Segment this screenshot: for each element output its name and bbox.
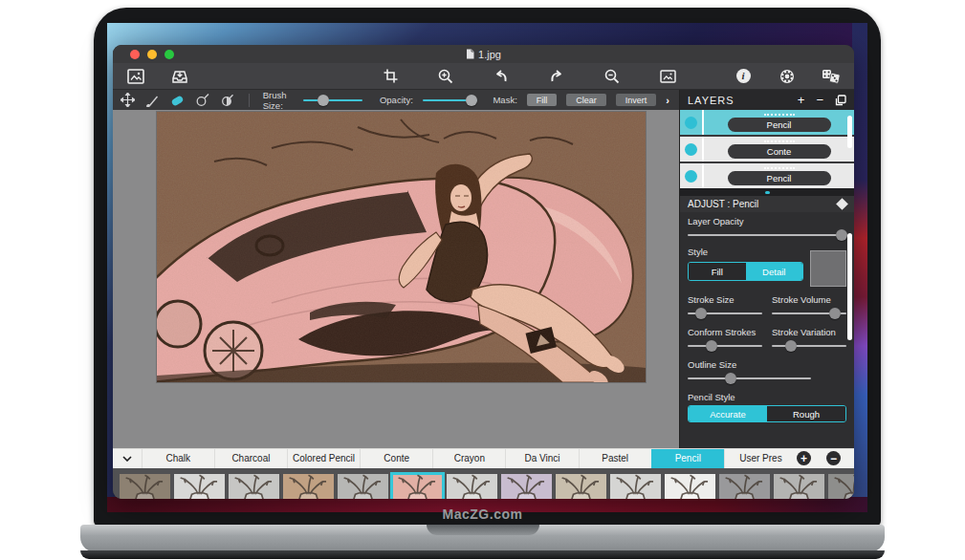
preset-thumbnails: Pencil 01 Pencil 02 Pencil 03 Pencil 04 … (119, 474, 854, 500)
opacity-thumb[interactable] (466, 95, 477, 106)
layer-row-conte[interactable]: Conte (680, 137, 854, 162)
layer-name-pill[interactable]: Conte (728, 144, 831, 159)
preset-pencil-13[interactable]: Pencil 13 (773, 474, 824, 500)
preset-pencil-12[interactable]: Pencil 12 (718, 474, 770, 500)
preset-pencil-11[interactable]: Pencil 11 (664, 474, 715, 500)
preset-pencil-01[interactable]: Pencil 01 (119, 474, 170, 500)
pencil-style-rough-option[interactable]: Rough (767, 406, 845, 421)
layer-drag-handle[interactable] (764, 167, 795, 169)
zoom-in-button[interactable] (436, 67, 455, 86)
undo-button[interactable] (492, 67, 511, 86)
info-icon: i (736, 69, 751, 83)
eraser-tool-selected[interactable] (169, 93, 186, 108)
expand-chevron[interactable]: › (666, 95, 671, 106)
color-swatch[interactable] (810, 250, 846, 287)
stroke-size-slider[interactable] (688, 308, 762, 319)
brush-size-thumb[interactable] (318, 95, 329, 106)
preset-pencil-07[interactable]: Pencil 07 (446, 474, 497, 500)
conform-strokes-thumb[interactable] (706, 340, 717, 352)
preset-pencil-02[interactable]: Pencil 02 (173, 474, 225, 500)
tab-charcoal[interactable]: Charcoal (214, 449, 287, 468)
fit-image-icon (660, 70, 676, 83)
layer-opacity-thumb[interactable] (836, 229, 847, 241)
open-image-button[interactable] (126, 67, 145, 86)
tab-colored-pencil[interactable]: Colored Pencil (287, 449, 360, 468)
preset-pencil-03[interactable]: Pencil 03 (228, 474, 279, 500)
duplicate-layer-icon[interactable] (835, 95, 846, 106)
outline-size-thumb[interactable] (725, 373, 736, 384)
randomize-button[interactable] (822, 67, 841, 86)
tab-crayon[interactable]: Crayon (432, 449, 505, 468)
layer-visibility-dot[interactable] (685, 143, 697, 156)
tab-pencil[interactable]: Pencil (651, 449, 724, 468)
laptop-base (80, 525, 885, 552)
preset-pencil-08[interactable]: Pencil 08 (500, 474, 552, 500)
opacity-slider[interactable] (423, 95, 478, 106)
stroke-variation-slider[interactable] (772, 340, 846, 352)
zoom-out-button[interactable] (603, 67, 622, 86)
conform-strokes-slider[interactable] (688, 340, 762, 352)
paint-tool[interactable] (144, 93, 160, 108)
save-export-button[interactable] (170, 67, 189, 86)
canvas-image[interactable] (157, 112, 646, 382)
layer-row-pencil[interactable]: Pencil (680, 110, 854, 135)
smudge-icon (195, 93, 210, 107)
brush-toolbar: Brush Size: Opacity: Mask: Fill Clear In… (113, 90, 679, 110)
brush-size-label: Brush Size: (263, 90, 295, 111)
window-titlebar: 1.jpg (113, 45, 854, 63)
info-button[interactable]: i (734, 67, 753, 86)
move-tool[interactable] (121, 93, 135, 108)
stroke-volume-slider[interactable] (772, 308, 846, 319)
style-fill-option[interactable]: Fill (689, 263, 746, 280)
layer-visibility-dot[interactable] (685, 170, 697, 183)
settings-button[interactable] (778, 67, 797, 86)
layer-drag-handle[interactable] (764, 114, 795, 116)
stroke-variation-thumb[interactable] (785, 340, 797, 352)
tone-tool[interactable] (220, 93, 235, 108)
tab-conte[interactable]: Conte (360, 449, 432, 468)
preset-pencil-10[interactable]: Pencil 10 (609, 474, 661, 500)
eraser-teal-icon (169, 93, 186, 107)
reset-adjust-icon[interactable] (836, 198, 848, 210)
redo-button[interactable] (547, 67, 566, 86)
add-preset-button[interactable]: + (797, 451, 811, 465)
zoom-out-icon (604, 69, 620, 84)
outline-size-label: Outline Size (688, 359, 811, 370)
fit-view-button[interactable] (658, 67, 677, 86)
preset-pencil-09[interactable]: Pencil 09 (555, 474, 606, 500)
layer-drag-handle[interactable] (764, 140, 795, 142)
layer-name-pill[interactable]: Pencil (728, 171, 831, 185)
remove-layer-button[interactable]: − (816, 94, 823, 106)
preset-pencil-14[interactable]: Pencil 14 (827, 474, 854, 500)
smudge-tool[interactable] (195, 93, 210, 108)
layer-opacity-label: Layer Opacity (688, 216, 846, 226)
crop-button[interactable] (381, 67, 400, 86)
layer-opacity-slider[interactable] (688, 229, 846, 241)
mask-clear-button[interactable]: Clear (566, 94, 606, 106)
brush-size-slider[interactable] (303, 95, 362, 106)
mask-invert-button[interactable]: Invert (616, 94, 657, 106)
adjust-scrollbar[interactable] (847, 233, 852, 340)
tab-pastel[interactable]: Pastel (579, 449, 651, 468)
layer-name-pill[interactable]: Pencil (728, 118, 831, 132)
tab-chalk[interactable]: Chalk (142, 449, 214, 468)
layers-page-indicator (680, 188, 854, 196)
outline-size-slider[interactable] (688, 373, 811, 384)
remove-preset-button[interactable]: − (826, 451, 841, 465)
stroke-volume-thumb[interactable] (829, 308, 841, 319)
page-dot (765, 191, 770, 194)
layer-visibility-dot[interactable] (685, 117, 697, 129)
style-detail-option[interactable]: Detail (746, 263, 803, 280)
stroke-size-thumb[interactable] (695, 308, 707, 319)
add-layer-button[interactable]: + (798, 94, 805, 106)
layers-scrollbar[interactable] (847, 116, 852, 148)
tab-da-vinci[interactable]: Da Vinci (505, 449, 578, 468)
layer-row-pencil-2[interactable]: Pencil (680, 163, 854, 188)
mask-fill-button[interactable]: Fill (527, 94, 558, 106)
pencil-style-accurate-option[interactable]: Accurate (689, 406, 767, 421)
preset-pencil-04[interactable]: Pencil 04 (282, 474, 334, 500)
preset-pencil-06-selected[interactable]: Pencil 06 (391, 474, 443, 500)
tab-user-presets[interactable]: User Pres (724, 449, 797, 468)
collapse-presets-button[interactable] (113, 456, 142, 462)
preset-pencil-05[interactable]: Pencil 05 (337, 474, 388, 500)
